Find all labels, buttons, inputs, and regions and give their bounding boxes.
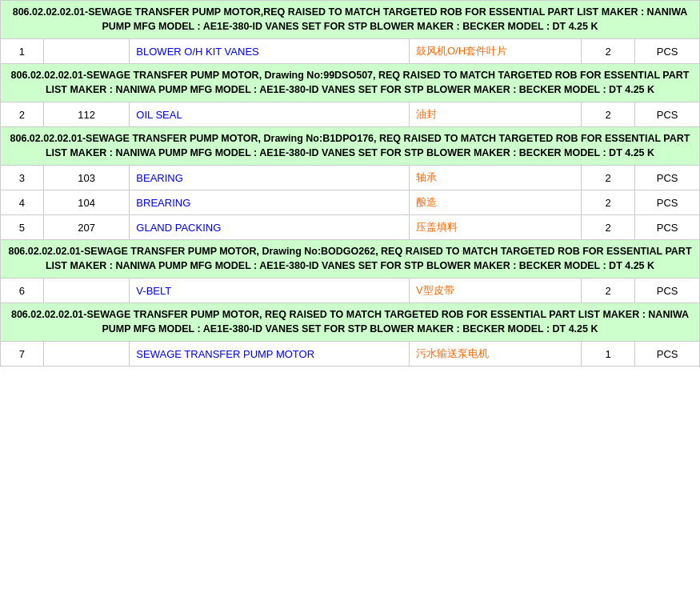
quantity: 2 [582, 39, 635, 64]
section-header-text: 806.02.02.02.01-SEWAGE TRANSFER PUMP MOT… [1, 1, 700, 39]
row-number: 4 [1, 190, 44, 215]
part-number: 112 [43, 102, 130, 127]
chinese-name: 油封 [409, 102, 581, 127]
section-header-text: 806.02.02.02.01-SEWAGE TRANSFER PUMP MOT… [1, 303, 700, 342]
chinese-name: 轴承 [409, 166, 581, 190]
quantity: 2 [582, 166, 635, 190]
section-header-row: 806.02.02.02.01-SEWAGE TRANSFER PUMP MOT… [1, 303, 700, 342]
row-number: 3 [1, 166, 44, 190]
unit: PCS [635, 278, 700, 303]
part-number: 104 [43, 190, 130, 215]
unit: PCS [635, 102, 700, 127]
part-number: 103 [43, 166, 130, 190]
unit: PCS [635, 39, 700, 64]
parts-table: 806.02.02.02.01-SEWAGE TRANSFER PUMP MOT… [0, 0, 700, 367]
item-name: GLAND PACKING [130, 215, 410, 240]
section-header-row: 806.02.02.02.01-SEWAGE TRANSFER PUMP MOT… [1, 64, 700, 102]
item-name: SEWAGE TRANSFER PUMP MOTOR [130, 342, 410, 367]
unit: PCS [635, 342, 700, 367]
quantity: 2 [582, 215, 635, 240]
unit: PCS [635, 215, 700, 240]
item-name: BREARING [130, 190, 410, 215]
section-header-row: 806.02.02.02.01-SEWAGE TRANSFER PUMP MOT… [1, 1, 700, 39]
table-row: 3103BEARING轴承2PCS [1, 166, 700, 190]
section-header-row: 806.02.02.02.01-SEWAGE TRANSFER PUMP MOT… [1, 127, 700, 166]
row-number: 1 [1, 39, 44, 64]
section-header-text: 806.02.02.02.01-SEWAGE TRANSFER PUMP MOT… [1, 64, 700, 102]
quantity: 2 [582, 278, 635, 303]
chinese-name: V型皮带 [409, 278, 581, 303]
section-header-row: 806.02.02.02.01-SEWAGE TRANSFER PUMP MOT… [1, 240, 700, 278]
quantity: 2 [582, 190, 635, 215]
chinese-name: 酿造 [409, 190, 581, 215]
chinese-name: 压盖填料 [409, 215, 581, 240]
part-number [43, 278, 130, 303]
table-row: 1BLOWER O/H KIT VANES鼓风机O/H套件叶片2PCS [1, 39, 700, 64]
item-name: OIL SEAL [130, 102, 410, 127]
row-number: 2 [1, 102, 44, 127]
table-row: 2112OIL SEAL油封2PCS [1, 102, 700, 127]
item-name: BEARING [130, 166, 410, 190]
item-name: V-BELT [130, 278, 410, 303]
item-name: BLOWER O/H KIT VANES [130, 39, 410, 64]
quantity: 1 [582, 342, 635, 367]
table-row: 7SEWAGE TRANSFER PUMP MOTOR污水输送泵电机1PCS [1, 342, 700, 367]
quantity: 2 [582, 102, 635, 127]
part-number [43, 342, 130, 367]
part-number [43, 39, 130, 64]
chinese-name: 污水输送泵电机 [409, 342, 581, 367]
section-header-text: 806.02.02.02.01-SEWAGE TRANSFER PUMP MOT… [1, 240, 700, 278]
section-header-text: 806.02.02.02.01-SEWAGE TRANSFER PUMP MOT… [1, 127, 700, 166]
row-number: 6 [1, 278, 44, 303]
table-row: 4104BREARING酿造2PCS [1, 190, 700, 215]
row-number: 7 [1, 342, 44, 367]
part-number: 207 [43, 215, 130, 240]
row-number: 5 [1, 215, 44, 240]
table-row: 6V-BELTV型皮带2PCS [1, 278, 700, 303]
chinese-name: 鼓风机O/H套件叶片 [409, 39, 581, 64]
unit: PCS [635, 190, 700, 215]
table-row: 5207GLAND PACKING压盖填料2PCS [1, 215, 700, 240]
unit: PCS [635, 166, 700, 190]
